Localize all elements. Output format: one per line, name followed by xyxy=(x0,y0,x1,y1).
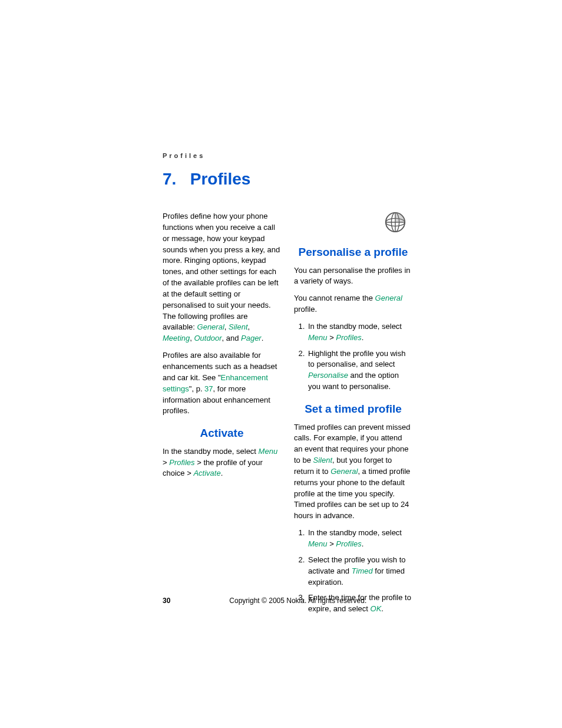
list-item: In the standby mode, select Menu > Profi… xyxy=(307,321,412,344)
text: You cannot rename the xyxy=(294,294,375,302)
personalise-p1: You can personalise the profiles in a va… xyxy=(294,265,412,288)
right-column: Personalise a profile You can personalis… xyxy=(294,211,412,621)
page-content: Profiles 7. Profiles Profiles define how… xyxy=(163,152,412,621)
term-activate: Activate xyxy=(193,469,220,477)
term-profiles: Profiles xyxy=(336,333,361,342)
list-item: In the standby mode, select Menu > Profi… xyxy=(307,528,412,550)
text: , xyxy=(224,322,229,331)
copyright-text: Copyright © 2005 Nokia. All rights reser… xyxy=(229,597,366,605)
chapter-number: 7. xyxy=(163,170,176,188)
text: > xyxy=(328,333,336,342)
page-number: 30 xyxy=(163,597,227,605)
term-ok: OK xyxy=(371,604,382,613)
chapter-name: Profiles xyxy=(190,170,251,188)
text: Highlight the profile you wish to person… xyxy=(308,349,405,369)
running-head: Profiles xyxy=(163,152,412,159)
term-profiles: Profiles xyxy=(336,539,361,548)
text: In the standby mode, select xyxy=(308,528,402,537)
text: , and xyxy=(222,334,241,342)
term-silent: Silent xyxy=(313,456,333,465)
term-timed: Timed xyxy=(352,566,373,575)
term-silent: Silent xyxy=(229,322,248,331)
left-column: Profiles define how your phone functions… xyxy=(163,211,281,621)
text: . xyxy=(362,539,364,548)
text: Profiles define how your phone functions… xyxy=(163,212,280,331)
text: . xyxy=(262,334,264,342)
timed-p1: Timed profiles can prevent missed calls.… xyxy=(294,422,412,522)
activate-paragraph: In the standby mode, select Menu > Profi… xyxy=(163,446,281,480)
term-pager: Pager xyxy=(241,334,262,342)
text: profile. xyxy=(294,305,317,314)
text: In the standby mode, select xyxy=(308,322,402,331)
term-general: General xyxy=(375,294,402,302)
heading-personalise: Personalise a profile xyxy=(294,244,412,261)
heading-timed: Set a timed profile xyxy=(294,401,412,417)
page-footer: 30 Copyright © 2005 Nokia. All rights re… xyxy=(163,597,412,605)
profiles-icon xyxy=(384,211,406,233)
text: . xyxy=(381,604,384,613)
term-menu: Menu xyxy=(308,333,328,342)
heading-activate: Activate xyxy=(163,425,281,442)
term-menu: Menu xyxy=(308,539,328,548)
text: , xyxy=(248,322,250,331)
list-item: Highlight the profile you wish to person… xyxy=(307,348,412,393)
personalise-steps: In the standby mode, select Menu > Profi… xyxy=(294,321,412,393)
text: > xyxy=(163,458,169,467)
text: ", p. xyxy=(189,384,204,393)
term-outdoor: Outdoor xyxy=(194,334,222,342)
text: > xyxy=(328,539,336,548)
intro-paragraph: Profiles define how your phone functions… xyxy=(163,211,281,344)
term-menu: Menu xyxy=(259,447,278,456)
chapter-title: 7. Profiles xyxy=(163,170,412,189)
two-column-layout: Profiles define how your phone functions… xyxy=(163,211,412,621)
text: . xyxy=(362,333,364,342)
term-general: General xyxy=(330,467,358,476)
term-general: General xyxy=(197,322,224,331)
personalise-p2: You cannot rename the General profile. xyxy=(294,293,412,315)
term-profiles: Profiles xyxy=(169,458,194,467)
enhancement-paragraph: Profiles are also available for enhancem… xyxy=(163,350,281,417)
term-personalise: Personalise xyxy=(308,371,348,380)
text: . xyxy=(221,469,223,477)
xref-page-37[interactable]: 37 xyxy=(204,384,213,393)
term-meeting: Meeting xyxy=(163,334,190,342)
list-item: Select the profile you wish to activate … xyxy=(307,555,412,588)
text: In the standby mode, select xyxy=(163,447,259,456)
